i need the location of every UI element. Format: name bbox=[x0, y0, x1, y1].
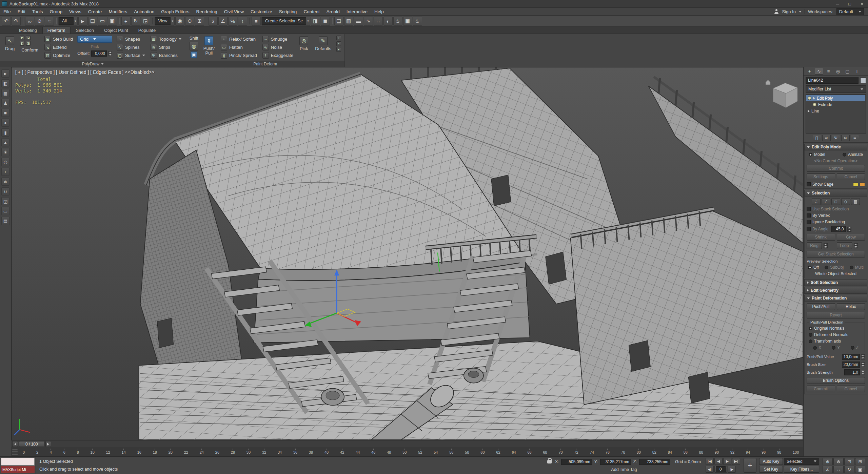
schematic-view-icon[interactable]: ∷ bbox=[374, 17, 383, 26]
frame-tick[interactable]: 96 bbox=[762, 449, 766, 456]
toolbar-separator[interactable] bbox=[205, 17, 208, 25]
reference-coordinate-dropdown[interactable]: View ▾ bbox=[155, 17, 175, 26]
render-setup-icon[interactable]: ♨ bbox=[393, 17, 402, 26]
pan-icon[interactable]: ↔ bbox=[833, 466, 844, 473]
commit-button[interactable]: Commit bbox=[807, 165, 865, 172]
branches-button[interactable]: Ψ Branches bbox=[150, 52, 182, 59]
loop-spinner[interactable] bbox=[854, 243, 865, 248]
polygon-subobject-icon[interactable]: ◇ bbox=[841, 198, 850, 205]
frame-tick[interactable]: 68 bbox=[543, 449, 547, 456]
time-slider-handle[interactable]: 0 / 100 bbox=[19, 441, 44, 447]
helper-icon[interactable]: + bbox=[1, 168, 9, 176]
paint-deform-mini-1-icon[interactable]: ▪ bbox=[336, 36, 341, 40]
get-stack-selection-button[interactable]: Get Stack Selection bbox=[807, 251, 865, 257]
axis-x-radio[interactable] bbox=[813, 346, 817, 350]
frame-tick[interactable]: 72 bbox=[574, 449, 578, 456]
deformed-normals-radio[interactable] bbox=[809, 333, 812, 337]
select-arrow-icon[interactable]: ► bbox=[1, 69, 9, 78]
strips-button[interactable]: ≋ Strips bbox=[150, 44, 182, 51]
frame-tick[interactable]: 74 bbox=[590, 449, 594, 456]
cage-color-swatch[interactable] bbox=[853, 183, 858, 186]
frame-tick[interactable]: 30 bbox=[246, 449, 251, 456]
step-build-button[interactable]: ⊞ Step Build bbox=[43, 36, 74, 43]
original-normals-radio[interactable] bbox=[809, 327, 812, 330]
curve-editor-icon[interactable]: ∿ bbox=[364, 17, 373, 26]
scene-explorer-icon[interactable]: ▤ bbox=[334, 17, 343, 26]
selection-lock-icon[interactable] bbox=[547, 460, 552, 463]
pinch-spread-button[interactable]: )( Pinch/ Spread bbox=[220, 52, 258, 59]
drag-tool-button[interactable]: ↖ Drag bbox=[3, 36, 16, 52]
settings-button[interactable]: Settings bbox=[807, 173, 835, 180]
exaggerate-button[interactable]: ! Exaggerate bbox=[261, 52, 295, 59]
axis-y-radio[interactable] bbox=[832, 346, 835, 350]
border-subobject-icon[interactable]: □ bbox=[831, 198, 840, 205]
menu-item[interactable]: Help bbox=[371, 8, 387, 15]
by-vertex-checkbox[interactable] bbox=[807, 213, 811, 218]
menu-item[interactable]: Create bbox=[85, 8, 105, 15]
brush-options-button[interactable]: Brush Options bbox=[807, 377, 865, 384]
paint-deform-panel-label[interactable]: Paint Deform bbox=[186, 61, 344, 67]
frame-tick[interactable]: 88 bbox=[699, 449, 703, 456]
conform-brush-icon[interactable]: ◩ bbox=[20, 36, 24, 40]
use-pivot-center-icon[interactable]: ◉ bbox=[175, 17, 184, 26]
vertex-subobject-icon[interactable]: ∴ bbox=[812, 198, 821, 205]
paint-deform-mini-3-icon[interactable]: ▾ bbox=[336, 47, 341, 52]
time-slider-previous-button[interactable] bbox=[12, 441, 18, 447]
named-selection-dropdown[interactable]: Create Selection Se ▾ bbox=[261, 17, 310, 26]
select-and-manipulate-icon[interactable]: ⊙ bbox=[185, 17, 194, 26]
push-pull-value-spinner[interactable] bbox=[861, 354, 865, 359]
tab-selection[interactable]: Selection bbox=[71, 27, 99, 34]
frame-tick[interactable]: 22 bbox=[184, 449, 188, 456]
edit-named-selections-icon[interactable]: ≡ bbox=[252, 17, 261, 26]
field-of-view-icon[interactable]: ∠ bbox=[823, 466, 833, 473]
transform-axis-radio[interactable] bbox=[809, 339, 812, 343]
align-icon[interactable]: ≣ bbox=[321, 17, 330, 26]
previous-frame-button[interactable]: ◀ bbox=[714, 458, 723, 465]
paint-cancel-button[interactable]: Cancel bbox=[837, 386, 865, 392]
modifier-stack-row[interactable]: Line bbox=[806, 108, 865, 114]
create-tab[interactable]: + bbox=[805, 68, 814, 75]
frame-tick[interactable]: 4 bbox=[50, 449, 52, 456]
frame-tick[interactable]: 70 bbox=[558, 449, 563, 456]
conform-relax-icon[interactable]: ◧ bbox=[20, 41, 24, 46]
key-filter-dropdown[interactable]: Selected bbox=[784, 458, 819, 465]
zoom-all-icon[interactable]: ⊛ bbox=[833, 458, 844, 465]
spinner-snap-icon[interactable]: ↕ bbox=[238, 17, 247, 26]
remove-modifier-icon[interactable]: ⊗ bbox=[841, 135, 850, 141]
shift-options-icon[interactable]: ▣ bbox=[191, 51, 197, 58]
loop-button[interactable]: Loop bbox=[837, 242, 852, 249]
ring-spinner[interactable] bbox=[824, 243, 835, 248]
menu-item[interactable]: Edit bbox=[14, 8, 29, 15]
polydraw-panel-label[interactable]: PolyDraw bbox=[0, 61, 186, 67]
modifier-enabled-icon[interactable] bbox=[808, 96, 811, 100]
select-and-move-icon[interactable]: + bbox=[121, 17, 131, 26]
frame-tick[interactable]: 86 bbox=[684, 449, 688, 456]
rollout-header[interactable]: Selection bbox=[804, 190, 867, 197]
frame-number-field[interactable]: 0 bbox=[714, 466, 727, 473]
flatten-button[interactable]: ▭ Flatten bbox=[220, 44, 258, 51]
preview-multi-radio[interactable] bbox=[850, 266, 853, 269]
zoom-icon[interactable]: ⊕ bbox=[823, 458, 833, 465]
animate-radio[interactable] bbox=[843, 153, 846, 157]
modify-tab[interactable]: ∿ bbox=[815, 68, 823, 75]
select-and-scale-icon[interactable]: ◲ bbox=[141, 17, 150, 26]
menu-item[interactable]: Customize bbox=[247, 8, 276, 15]
frame-tick[interactable]: 66 bbox=[527, 449, 531, 456]
rollout-header[interactable]: Edit Geometry bbox=[804, 287, 867, 294]
rollout-header[interactable]: Edit Poly Mode bbox=[804, 144, 867, 150]
keyboard-override-icon[interactable]: ⊞ bbox=[195, 17, 204, 26]
character-icon[interactable]: ♟ bbox=[1, 99, 9, 107]
toolbar-separator[interactable] bbox=[151, 17, 154, 25]
select-by-name-icon[interactable]: ▤ bbox=[88, 17, 97, 26]
cancel-button[interactable]: Cancel bbox=[837, 173, 865, 180]
bind-to-space-warp-icon[interactable]: ≈ bbox=[45, 17, 54, 26]
toolbar-separator[interactable] bbox=[21, 17, 24, 25]
viewport-canvas[interactable] bbox=[12, 67, 803, 440]
frame-tick[interactable]: 28 bbox=[231, 449, 235, 456]
menu-item[interactable]: File bbox=[0, 8, 14, 15]
menu-item[interactable]: Civil View bbox=[221, 8, 247, 15]
box-primitive-icon[interactable]: ■ bbox=[1, 109, 9, 117]
time-slider-track[interactable] bbox=[52, 440, 802, 448]
axis-z-radio[interactable] bbox=[851, 346, 854, 350]
macro-recorder-field[interactable] bbox=[1, 458, 35, 466]
